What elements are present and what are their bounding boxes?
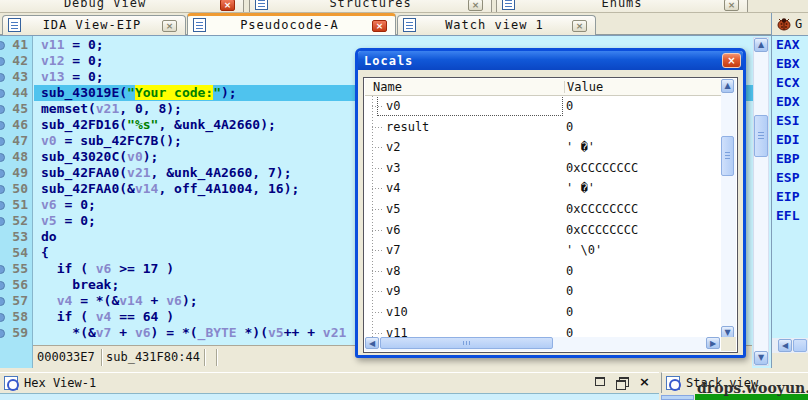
- breakpoint-dot[interactable]: [0, 105, 5, 114]
- tab-label: Watch view 1: [418, 18, 571, 32]
- local-value: 0: [566, 96, 573, 116]
- local-name: v11: [386, 323, 408, 337]
- breakpoint-dot[interactable]: [0, 153, 5, 162]
- register-ebx[interactable]: EBX: [776, 55, 799, 73]
- breakpoint-dot[interactable]: [0, 57, 5, 66]
- close-icon[interactable]: ×: [468, 0, 483, 11]
- top-tab-debug-view[interactable]: Debug View×: [0, 0, 244, 13]
- close-icon[interactable]: ×: [372, 20, 387, 32]
- locals-row-v4[interactable]: v4' �': [365, 178, 720, 198]
- general-registers-header: G: [772, 13, 808, 35]
- code-token: [41, 293, 57, 308]
- gutter-row: 53: [0, 229, 33, 245]
- line-number: 56: [12, 277, 28, 293]
- top-tab-enums[interactable]: Enums×: [496, 0, 748, 13]
- column-header-name[interactable]: Name: [373, 80, 402, 95]
- register-ebp[interactable]: EBP: [776, 150, 799, 168]
- scrollbar-thumb[interactable]: [793, 339, 807, 352]
- code-token: , &unk_4A2660, 7);: [151, 165, 292, 180]
- close-icon[interactable]: ×: [572, 20, 587, 32]
- breakpoint-dot[interactable]: [0, 281, 5, 290]
- tab-ida-view-eip[interactable]: IDA View-EIP×: [2, 15, 186, 35]
- tree-stub: [372, 291, 382, 292]
- scrollbar-thumb[interactable]: [721, 136, 734, 176]
- locals-row-v9[interactable]: v90: [365, 281, 720, 301]
- register-efl[interactable]: EFL: [776, 207, 799, 225]
- scrollbar-thumb[interactable]: [754, 115, 768, 157]
- breakpoint-dot[interactable]: [0, 41, 5, 50]
- breakpoint-dot[interactable]: [0, 265, 5, 274]
- locals-row-v10[interactable]: v100: [365, 302, 720, 322]
- code-token: v0: [41, 133, 57, 148]
- scrollbar-thumb[interactable]: [380, 337, 553, 349]
- locals-row-v7[interactable]: v7' \0': [365, 240, 720, 260]
- register-edx[interactable]: EDX: [776, 93, 799, 111]
- top-tab-structures[interactable]: Structures×: [249, 0, 492, 13]
- breakpoint-dot[interactable]: [0, 329, 5, 338]
- pseudocode-vscrollbar[interactable]: ▲ ▼: [753, 37, 769, 366]
- hex-view-icon: [4, 376, 18, 390]
- locals-vscrollbar[interactable]: ▲ ▼: [721, 79, 736, 340]
- breakpoint-dot[interactable]: [0, 137, 5, 146]
- locals-row-v3[interactable]: v30xCCCCCCCC: [365, 158, 720, 178]
- locals-row-v0[interactable]: v00: [365, 96, 720, 116]
- breakpoint-dot[interactable]: [0, 73, 5, 82]
- locals-row-v11[interactable]: v110: [365, 323, 720, 337]
- locals-row-v8[interactable]: v80: [365, 261, 720, 281]
- code-token: v13: [41, 69, 64, 84]
- register-eax[interactable]: EAX: [776, 36, 799, 54]
- tree-stub: [372, 271, 382, 272]
- breakpoint-dot[interactable]: [0, 121, 5, 130]
- column-divider[interactable]: [564, 81, 565, 93]
- code-token: v6: [41, 197, 57, 212]
- scroll-left-arrow[interactable]: ◀: [778, 339, 792, 352]
- locals-hscrollbar[interactable]: ◀ ▶: [365, 337, 720, 351]
- tab-label: Debug View: [0, 0, 243, 10]
- close-icon[interactable]: ×: [639, 375, 650, 388]
- locals-row-v5[interactable]: v50xCCCCCCCC: [365, 199, 720, 219]
- scroll-left-arrow[interactable]: ◀: [365, 337, 379, 349]
- locals-row-v6[interactable]: v60xCCCCCCCC: [365, 220, 720, 240]
- maximize-icon[interactable]: [595, 377, 605, 386]
- register-eip[interactable]: EIP: [776, 188, 799, 206]
- breakpoint-dot[interactable]: [0, 89, 5, 98]
- registers-hscrollbar[interactable]: ◀: [772, 338, 808, 353]
- tab-label: Enums: [497, 0, 747, 10]
- stack-view-scrollbar-piece[interactable]: [661, 395, 694, 400]
- general-registers-pane: G EAXEBXECXEDXESIEDIEBPESPEIPEFL ◀: [771, 13, 808, 368]
- close-icon[interactable]: ×: [162, 20, 177, 32]
- status-location: sub_431F80:44: [102, 349, 205, 366]
- line-number: 41: [12, 37, 28, 53]
- hex-view-panel-header[interactable]: Hex View-1: [0, 372, 659, 393]
- locals-row-v2[interactable]: v2' �': [365, 137, 720, 157]
- breakpoint-dot[interactable]: [0, 297, 5, 306]
- scroll-right-arrow[interactable]: ▶: [706, 337, 720, 349]
- close-icon[interactable]: ×: [724, 0, 739, 11]
- column-header-value[interactable]: Value: [567, 80, 603, 95]
- code-token: , off_4A1004, 16);: [158, 181, 299, 196]
- breakpoint-dot[interactable]: [0, 169, 5, 178]
- register-esi[interactable]: ESI: [776, 112, 799, 130]
- breakpoint-dot[interactable]: [0, 201, 5, 210]
- restore-icon[interactable]: [616, 377, 628, 387]
- locals-dialog-title: Locals: [364, 54, 413, 68]
- scroll-up-arrow[interactable]: ▲: [754, 38, 768, 52]
- breakpoint-dot[interactable]: [0, 185, 5, 194]
- register-esp[interactable]: ESP: [776, 169, 799, 187]
- view-tab-bar: IDA View-EIP×Pseudocode-A×Watch view 1×: [0, 13, 771, 35]
- register-edi[interactable]: EDI: [776, 131, 799, 149]
- gutter-row: 52: [0, 213, 33, 229]
- close-icon[interactable]: ×: [722, 53, 741, 68]
- tab-watch-view-1[interactable]: Watch view 1×: [397, 15, 596, 35]
- tab-pseudocode-a[interactable]: Pseudocode-A×: [187, 13, 396, 35]
- scroll-up-arrow[interactable]: ▲: [721, 79, 734, 93]
- breakpoint-dot[interactable]: [0, 217, 5, 226]
- register-ecx[interactable]: ECX: [776, 74, 799, 92]
- close-icon[interactable]: ×: [220, 0, 235, 11]
- scroll-down-arrow[interactable]: ▼: [754, 351, 768, 365]
- locals-row-result[interactable]: result0: [365, 117, 720, 137]
- locals-dialog-titlebar[interactable]: Locals ×: [358, 51, 743, 70]
- breakpoint-dot[interactable]: [0, 313, 5, 322]
- line-number: 44: [12, 85, 28, 101]
- code-token: v4: [57, 293, 73, 308]
